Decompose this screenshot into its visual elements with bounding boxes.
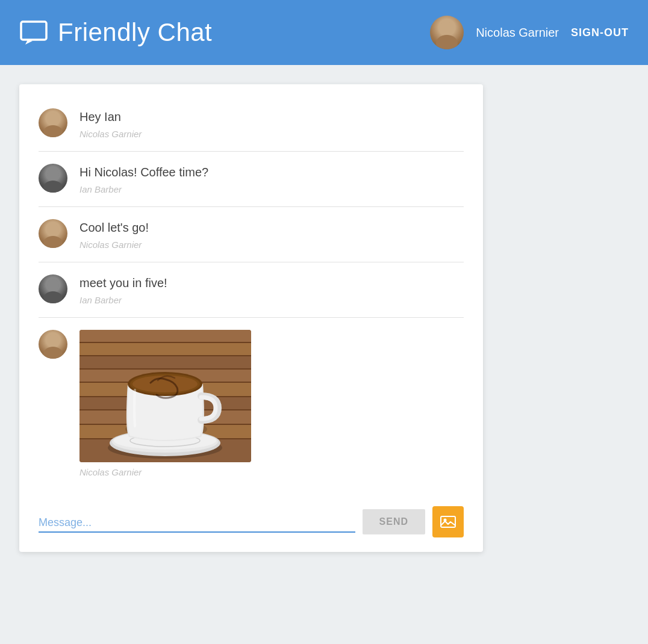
svg-rect-41 (441, 516, 455, 527)
send-button[interactable]: SEND (363, 509, 425, 534)
avatar (39, 330, 67, 359)
svg-point-8 (47, 224, 59, 236)
sign-out-button[interactable]: SIGN-OUT (571, 26, 629, 39)
app-logo: Friendly Chat (19, 18, 430, 47)
svg-rect-18 (79, 355, 251, 356)
svg-point-2 (440, 22, 454, 36)
nicolas-avatar-img (39, 108, 67, 137)
message-content: Hi Nicolas! Coffee time? Ian Barber (79, 164, 464, 194)
user-avatar-img (430, 16, 464, 49)
table-row: Nicolas Garnier (39, 318, 464, 489)
image-upload-icon (440, 513, 456, 530)
table-row: Hey Ian Nicolas Garnier (39, 104, 464, 152)
message-author: Ian Barber (79, 184, 464, 194)
avatar (39, 274, 67, 303)
svg-rect-17 (79, 343, 251, 355)
user-display-name: Nicolas Garnier (476, 26, 559, 40)
chat-container: Hey Ian Nicolas Garnier Hi Nicolas! Coff… (19, 84, 483, 552)
svg-point-5 (43, 125, 63, 137)
svg-point-3 (436, 35, 458, 49)
avatar (430, 16, 464, 49)
svg-point-12 (47, 335, 59, 347)
message-content: Hey Ian Nicolas Garnier (79, 108, 464, 139)
svg-rect-19 (79, 356, 251, 368)
nicolas-avatar-img-3 (39, 330, 67, 359)
message-content: meet you in five! Ian Barber (79, 274, 464, 305)
avatar (39, 108, 67, 137)
svg-point-6 (47, 169, 59, 181)
message-text: Cool let's go! (79, 219, 464, 236)
svg-rect-0 (21, 22, 46, 40)
message-text: Hey Ian (79, 108, 464, 125)
messages-list: Hey Ian Nicolas Garnier Hi Nicolas! Coff… (39, 104, 464, 489)
nicolas-avatar-img-2 (39, 219, 67, 248)
table-row: Cool let's go! Nicolas Garnier (39, 207, 464, 262)
svg-rect-20 (79, 368, 251, 370)
message-text: Hi Nicolas! Coffee time? (79, 164, 464, 181)
table-row: meet you in five! Ian Barber (39, 262, 464, 318)
coffee-image (79, 330, 251, 462)
message-author: Nicolas Garnier (79, 129, 464, 139)
avatar (39, 164, 67, 193)
svg-point-13 (43, 347, 63, 359)
image-upload-button[interactable] (432, 506, 464, 537)
svg-rect-15 (79, 330, 251, 342)
message-author: Nicolas Garnier (79, 467, 464, 477)
header-user-section: Nicolas Garnier SIGN-OUT (430, 16, 629, 49)
message-text: meet you in five! (79, 274, 464, 291)
message-author: Nicolas Garnier (79, 240, 464, 250)
main-content: Hey Ian Nicolas Garnier Hi Nicolas! Coff… (0, 65, 648, 571)
svg-point-40 (132, 376, 198, 392)
input-area: SEND (39, 504, 464, 537)
message-input[interactable] (39, 512, 355, 533)
chat-icon (19, 18, 48, 47)
app-title: Friendly Chat (58, 18, 212, 47)
ian-avatar-img-2 (39, 274, 67, 303)
svg-rect-16 (79, 342, 251, 343)
svg-point-7 (43, 181, 63, 193)
svg-point-4 (47, 113, 59, 125)
input-row: SEND (39, 506, 464, 537)
avatar (39, 219, 67, 248)
table-row: Hi Nicolas! Coffee time? Ian Barber (39, 152, 464, 207)
app-header: Friendly Chat Nicolas Garnier SIGN-OUT (0, 0, 648, 65)
message-input-wrapper (39, 512, 355, 533)
svg-point-11 (43, 291, 63, 303)
message-author: Ian Barber (79, 295, 464, 305)
message-image (79, 330, 251, 462)
ian-avatar-img (39, 164, 67, 193)
svg-point-9 (43, 236, 63, 248)
message-content: Cool let's go! Nicolas Garnier (79, 219, 464, 250)
svg-point-10 (47, 279, 59, 291)
message-content: Nicolas Garnier (79, 330, 464, 477)
